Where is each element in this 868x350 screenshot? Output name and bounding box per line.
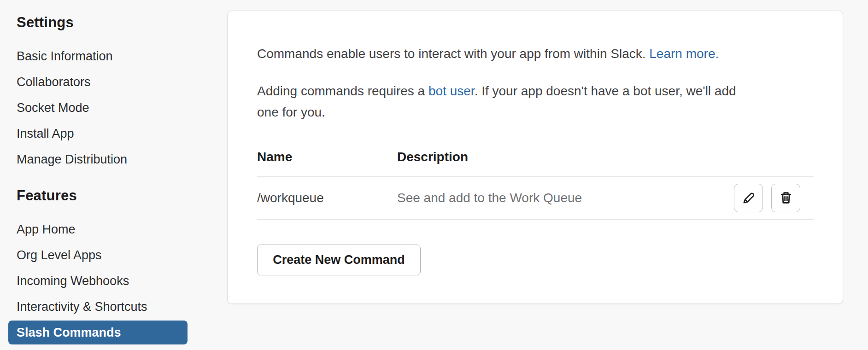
create-new-command-button[interactable]: Create New Command [257, 245, 421, 275]
commands-table-header: Name Description [257, 150, 814, 177]
intro-text: Commands enable users to interact with y… [257, 47, 649, 61]
sidebar-item-basic-information[interactable]: Basic Information [8, 43, 188, 69]
command-row: /workqueueSee and add to the Work Queue [257, 177, 814, 220]
note-text-before: Adding commands requires a [257, 84, 428, 98]
column-header-description: Description [397, 150, 814, 164]
commands-table: Name Description /workqueueSee and add t… [257, 150, 814, 220]
sidebar-item-collaborators[interactable]: Collaborators [8, 69, 188, 95]
sidebar-heading-settings: Settings [8, 14, 188, 31]
learn-more-link[interactable]: Learn more. [649, 47, 719, 61]
sidebar-item-manage-distribution[interactable]: Manage Distribution [8, 146, 188, 172]
bot-user-paragraph: Adding commands requires a bot user. If … [257, 81, 814, 123]
intro-paragraph: Commands enable users to interact with y… [257, 43, 814, 64]
pencil-icon [741, 190, 757, 206]
command-name: /workqueue [257, 191, 397, 205]
sidebar-nav: SettingsBasic InformationCollaboratorsSo… [8, 14, 188, 344]
bot-user-link[interactable]: bot user [428, 84, 475, 98]
sidebar: SettingsBasic InformationCollaboratorsSo… [0, 0, 212, 350]
sidebar-item-slash-commands[interactable]: Slash Commands [8, 321, 188, 344]
sidebar-item-install-app[interactable]: Install App [8, 121, 188, 146]
trash-icon [778, 190, 794, 206]
command-description: See and add to the Work Queue [397, 191, 734, 205]
column-header-name: Name [257, 150, 397, 164]
main-content: Commands enable users to interact with y… [212, 0, 868, 350]
sidebar-item-app-home[interactable]: App Home [8, 216, 188, 242]
slash-commands-card: Commands enable users to interact with y… [227, 11, 843, 304]
sidebar-item-socket-mode[interactable]: Socket Mode [8, 95, 188, 121]
sidebar-item-incoming-webhooks[interactable]: Incoming Webhooks [8, 268, 188, 294]
delete-command-button[interactable] [771, 184, 800, 212]
sidebar-item-org-level-apps[interactable]: Org Level Apps [8, 242, 188, 268]
page: SettingsBasic InformationCollaboratorsSo… [0, 0, 868, 350]
sidebar-item-interactivity-shortcuts[interactable]: Interactivity & Shortcuts [8, 294, 188, 320]
sidebar-heading-features: Features [8, 187, 188, 204]
edit-command-button[interactable] [734, 184, 763, 212]
command-row-actions [734, 184, 814, 212]
commands-table-rows: /workqueueSee and add to the Work Queue [257, 177, 814, 220]
